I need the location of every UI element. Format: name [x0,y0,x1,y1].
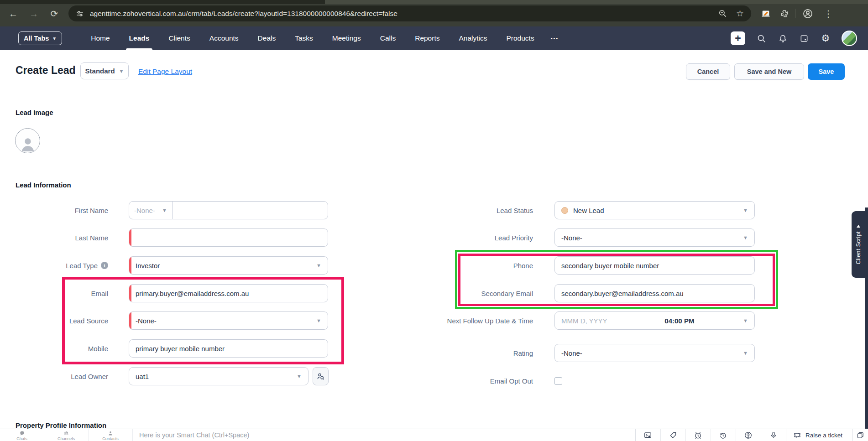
last-name-input[interactable] [136,229,321,246]
address-bar[interactable]: agenttime.zohovertical.com.au/crm/tab/Le… [68,5,751,21]
lead-image-upload[interactable] [15,128,40,153]
tab-reports[interactable]: Reports [405,26,449,50]
rating-value: -None- [561,349,582,357]
tab-tasks[interactable]: Tasks [285,26,323,50]
first-name-input[interactable] [173,202,328,219]
owner-lookup-button[interactable] [313,367,329,385]
lead-source-select[interactable]: -None- ▼ [129,311,328,330]
search-icon[interactable] [756,33,767,44]
user-avatar[interactable] [842,31,857,46]
field-row: Last Name [16,228,330,247]
raise-ticket-button[interactable]: Raise a ticket [786,429,849,441]
screen: ← → ⟳ agenttime.zohovertical.com.au/crm/… [0,0,868,441]
microphone-icon[interactable] [761,429,786,441]
nav-actions: + ⚙ [731,26,868,50]
tab-accounts[interactable]: Accounts [200,26,248,50]
layout-selector[interactable]: Standard ▼ [80,62,129,79]
section-lead-image: Lead Image [16,109,53,116]
first-name-field: -None- ▼ [129,201,328,219]
tab-products[interactable]: Products [497,26,544,50]
settings-gear-icon[interactable]: ⚙ [820,33,831,44]
toolbar-divider [795,9,795,18]
lead-owner-select[interactable]: uat1 ▼ [129,367,309,385]
salutation-select[interactable]: -None- ▼ [129,202,173,219]
layout-selector-value: Standard [85,67,115,75]
history-icon[interactable] [711,429,736,441]
save-and-new-button[interactable]: Save and New [734,63,804,80]
chevron-down-icon: ▼ [743,318,748,323]
tag-icon[interactable] [661,429,686,441]
first-name-label: First Name [16,207,108,214]
lead-priority-select[interactable]: -None- ▼ [554,228,755,247]
contacts-tab-label: Contacts [102,436,119,441]
bookmark-star-icon[interactable]: ☆ [736,8,744,19]
mobile-value: primary buyer mobile number [136,345,225,353]
browser-menu-icon[interactable]: ⋮ [821,7,835,21]
calendar-icon[interactable] [799,33,810,44]
phone-field[interactable]: secondary buyer mobile number [554,256,755,275]
next-follow-up-field[interactable]: MMM D, YYYY 04:00 PM ▼ [554,311,755,330]
alarm-clock-icon[interactable] [686,429,711,441]
notes-extension-icon[interactable] [759,7,773,21]
window-copies-icon[interactable] [852,429,868,441]
chats-tab-label: Chats [16,436,27,441]
browser-window-edge [325,0,868,4]
time-value[interactable]: 04:00 PM [664,317,694,325]
chevron-down-icon: ▼ [316,318,321,323]
tab-analytics[interactable]: Analytics [449,26,497,50]
lead-priority-label: Lead Priority [420,234,533,242]
nav-tabs: Home Leads Clients Accounts Deals Tasks … [81,26,565,50]
lead-type-select[interactable]: Investor ▼ [129,256,328,275]
chats-tab[interactable]: Chats [0,429,44,441]
site-settings-icon[interactable] [76,10,84,18]
tab-home[interactable]: Home [81,26,119,50]
lead-source-value: -None- [136,317,157,325]
command-script-icon[interactable] [636,429,661,441]
client-script-tab[interactable]: Client Script [852,211,865,278]
notifications-bell-icon[interactable] [777,33,788,44]
salutation-value: -None- [134,207,155,214]
rating-select[interactable]: -None- ▼ [554,344,755,362]
mobile-field[interactable]: primary buyer mobile number [129,339,328,358]
tab-deals[interactable]: Deals [248,26,286,50]
chevron-down-icon: ▼ [743,235,748,240]
field-row: Phone secondary buyer mobile number [420,256,758,275]
last-name-field [129,228,328,247]
tab-meetings[interactable]: Meetings [323,26,371,50]
contacts-tab[interactable]: Contacts [89,429,133,441]
email-opt-out-checkbox[interactable] [554,377,562,385]
browser-profile-icon[interactable] [801,7,815,21]
chevron-down-icon: ▼ [297,374,302,379]
tab-leads[interactable]: Leads [120,26,159,50]
chevron-down-icon: ▼ [743,208,748,213]
forward-icon[interactable]: → [27,7,41,21]
client-script-panel-edge [865,208,868,429]
chevron-down-icon: ▼ [743,350,748,356]
url-text[interactable]: agenttime.zohovertical.com.au/crm/tab/Le… [90,10,397,18]
accessibility-icon[interactable] [736,429,761,441]
field-row: First Name -None- ▼ [16,201,330,219]
all-tabs-button[interactable]: All Tabs ▼ [18,31,62,45]
chevron-down-icon: ▼ [162,208,167,213]
lead-status-value: New Lead [573,207,604,214]
info-icon[interactable]: i [101,262,108,269]
lead-priority-value: -None- [561,234,582,242]
channels-tab[interactable]: Channels [44,429,89,441]
email-field[interactable]: primary.buyer@emailaddress.com.au [129,284,328,302]
lead-status-select[interactable]: New Lead ▼ [554,201,755,219]
cancel-button[interactable]: Cancel [686,63,730,80]
back-icon[interactable]: ← [6,7,20,21]
quick-create-plus-icon[interactable]: + [731,31,745,45]
tab-calls[interactable]: Calls [371,26,405,50]
smart-chat-input[interactable]: Here is your Smart Chat (Ctrl+Space) [133,429,635,441]
tabs-more-icon[interactable]: ••• [544,26,566,50]
edit-page-layout-link[interactable]: Edit Page Layout [138,67,192,76]
secondary-email-field[interactable]: secondary.buyer@emailaddress.com.au [554,284,755,302]
reload-icon[interactable]: ⟳ [47,7,61,21]
client-script-label: Client Script [855,231,862,265]
zoom-icon[interactable] [718,9,727,18]
contact-person-icon [107,431,114,436]
tab-clients[interactable]: Clients [159,26,199,50]
extensions-puzzle-icon[interactable] [778,7,791,21]
save-button[interactable]: Save [808,63,845,80]
